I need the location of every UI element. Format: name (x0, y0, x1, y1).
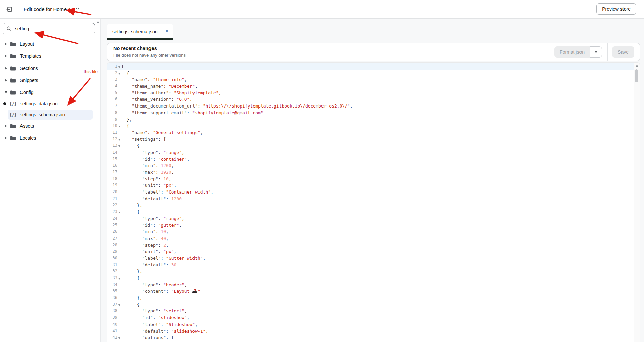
code-text[interactable]: "settings": [ (121, 136, 634, 143)
line-number: 35 (107, 288, 117, 295)
code-text[interactable]: { (121, 209, 634, 215)
sidebar-item-config[interactable]: Config (0, 86, 95, 98)
exit-editor-button[interactable] (0, 0, 19, 18)
code-text[interactable]: "default": "slideshow-1", (121, 328, 634, 335)
fold-toggle-icon[interactable] (118, 73, 120, 75)
code-text[interactable]: "id": "container", (121, 156, 634, 163)
line-number: 23 (107, 209, 117, 215)
sidebar-item-settings-schema-json[interactable]: {/}settings_schema.json (0, 109, 95, 120)
code-text[interactable]: }, (121, 116, 634, 123)
scrollbar-thumb[interactable] (635, 69, 638, 82)
search-input[interactable] (14, 26, 83, 32)
code-text[interactable]: [ (121, 63, 634, 70)
chevron-right-icon[interactable] (4, 67, 8, 70)
fold-toggle-icon[interactable] (118, 145, 120, 147)
code-text[interactable]: { (121, 142, 634, 149)
chevron-right-icon[interactable] (4, 55, 8, 57)
code-text[interactable]: "unit": "px", (121, 182, 634, 189)
fold-toggle-icon[interactable] (118, 212, 120, 213)
code-text[interactable]: }, (121, 202, 634, 209)
chevron-right-icon[interactable] (4, 137, 8, 139)
file-search-box[interactable] (3, 23, 95, 34)
preview-store-button[interactable]: Preview store (596, 3, 636, 15)
code-text[interactable]: { (121, 70, 634, 77)
code-line: 3 "name": "theme_info", (107, 76, 634, 83)
code-text[interactable]: "step": 2, (121, 242, 634, 249)
format-json-dropdown-button[interactable] (590, 46, 602, 58)
save-button[interactable]: Save (612, 46, 634, 58)
line-number: 7 (107, 103, 117, 110)
tab-close-icon[interactable]: ✕ (165, 28, 169, 34)
fold-toggle-icon[interactable] (118, 278, 120, 280)
code-text[interactable]: "id": "slideshow", (121, 314, 634, 321)
code-line: 23 { (107, 209, 634, 215)
code-text[interactable]: "name": "theme_info", (121, 76, 634, 83)
chevron-right-icon[interactable] (4, 125, 8, 127)
sidebar-item-label: settings_data.json (20, 101, 58, 106)
code-line: 34 "type": "header", (107, 282, 634, 288)
code-text[interactable]: "default": 1200 (121, 196, 634, 202)
code-text[interactable]: "type": "range", (121, 149, 634, 156)
code-text[interactable]: "type": "header", (121, 282, 634, 288)
code-text[interactable]: }, (121, 295, 634, 301)
code-text[interactable]: "theme_version": "6.0", (121, 96, 634, 103)
modified-indicator-dot (3, 102, 6, 105)
code-text[interactable]: "min": 1200, (121, 162, 634, 169)
sidebar-scrollbar[interactable] (95, 19, 101, 342)
format-json-button[interactable]: Format json (554, 46, 590, 58)
fold-toggle-icon[interactable] (118, 139, 120, 141)
code-text[interactable]: "theme_author": "Shopifytemplate", (121, 90, 634, 96)
code-text[interactable]: "default": 30 (121, 262, 634, 268)
exit-icon (6, 6, 13, 13)
version-status-title: No recent changes (113, 46, 157, 51)
code-line: 22 }, (107, 202, 634, 209)
code-text[interactable]: "label": "Slideshow", (121, 321, 634, 328)
code-text[interactable]: "step": 10, (121, 176, 634, 182)
code-text[interactable]: "theme_support_email": "shopifytemplate@… (121, 110, 634, 116)
code-text[interactable]: }, (121, 268, 634, 275)
chevron-right-icon[interactable] (4, 43, 8, 45)
code-text[interactable]: "label": "Container width", (121, 189, 634, 196)
sidebar-item-snippets[interactable]: Snippets (0, 74, 95, 86)
code-text[interactable]: { (121, 123, 634, 129)
code-text[interactable]: "name": "General settings", (121, 129, 634, 136)
code-text[interactable]: { (121, 275, 634, 282)
sidebar-item-templates[interactable]: Templates (0, 50, 95, 62)
sidebar-item-sections[interactable]: Sections (0, 62, 95, 74)
code-line: 9 }, (107, 116, 634, 123)
code-text[interactable]: "options": [ (121, 334, 634, 341)
sidebar-item-label: Layout (20, 41, 34, 47)
code-text[interactable]: "type": "range", (121, 215, 634, 222)
fold-toggle-icon[interactable] (118, 126, 120, 127)
sidebar-item-layout[interactable]: Layout (0, 38, 95, 50)
sidebar-item-locales[interactable]: Locales (0, 132, 95, 144)
code-line: 37 { (107, 301, 634, 308)
code-text[interactable]: "type": "select", (121, 308, 634, 314)
chevron-right-icon[interactable] (4, 79, 8, 82)
fold-toggle-icon[interactable] (118, 66, 120, 68)
code-line: 40 "label": "Slideshow", (107, 321, 634, 328)
code-text[interactable]: "max": 1920, (121, 169, 634, 176)
sidebar-item-settings-data-json[interactable]: {/}settings_data.json (0, 98, 95, 109)
fold-toggle-icon[interactable] (118, 304, 120, 306)
code-text[interactable]: { (121, 301, 634, 308)
code-line: 10 { (107, 123, 634, 129)
code-text[interactable]: "id": "gutter", (121, 222, 634, 229)
sidebar-item-assets[interactable]: Assets (0, 120, 95, 132)
code-text[interactable]: "theme_name": "December", (121, 83, 634, 90)
code-text[interactable]: "unit": "px", (121, 248, 634, 255)
tab-settings-schema[interactable]: settings_schema.json ✕ (107, 24, 173, 40)
code-text[interactable]: "label": "Gutter width", (121, 255, 634, 262)
fold-toggle-icon[interactable] (118, 337, 120, 339)
code-text[interactable]: "max": 40, (121, 235, 634, 242)
code-editor[interactable]: 1[2 {3 "name": "theme_info",4 "theme_nam… (107, 62, 640, 342)
code-line: 38 "type": "select", (107, 308, 634, 314)
line-number: 27 (107, 235, 117, 242)
line-number: 34 (107, 282, 117, 288)
code-text[interactable]: "content": "Layout " (121, 288, 634, 295)
more-actions-button[interactable]: ••• (74, 7, 80, 11)
code-text[interactable]: "min": 10, (121, 228, 634, 235)
chevron-down-icon[interactable] (4, 91, 8, 93)
editor-scrollbar[interactable] (634, 63, 640, 342)
code-text[interactable]: "theme_documentation_url": "https:\/\/sh… (121, 103, 634, 110)
